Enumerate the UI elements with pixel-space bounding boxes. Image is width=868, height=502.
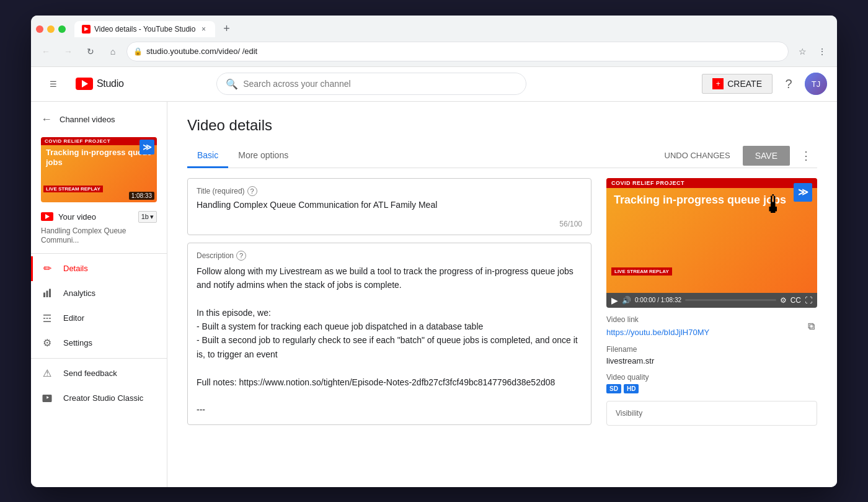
app-layout: ☰ Studio 🔍 + CREATE ? [31, 67, 837, 487]
more-options-button[interactable]: ⋮ [795, 145, 817, 167]
search-input[interactable] [243, 79, 517, 89]
yt-small-icon [41, 212, 53, 221]
bookmark-button[interactable]: ☆ [794, 43, 811, 60]
video-link-row: Video link https://youtu.be/bIdJjlH70MY … [606, 315, 817, 338]
close-button[interactable] [36, 25, 43, 33]
form-fields: Title (required) ? Handling Complex Queu… [187, 178, 591, 433]
sidebar-item-settings[interactable]: ⚙ Settings [31, 331, 167, 356]
tabs-row: Basic More options UNDO CHANGES SAVE ⋮ [187, 144, 817, 168]
details-icon: ✏ [41, 262, 53, 275]
details-label: Details [63, 264, 88, 273]
hamburger-button[interactable]: ☰ [41, 71, 66, 96]
avatar-button[interactable]: TJ [805, 73, 827, 95]
quality-label: Video quality [606, 373, 817, 382]
maximize-button[interactable] [58, 25, 66, 33]
video-banner: COVID RELIEF PROJECT [606, 178, 817, 188]
copy-link-button[interactable]: ⧉ [805, 318, 817, 334]
live-stream-badge: LIVE STREAM REPLAY [611, 267, 672, 276]
sidebar-item-classic[interactable]: Creator Studio Classic [31, 386, 167, 411]
channel-videos-label: Channel videos [60, 115, 115, 124]
help-button[interactable]: ? [777, 73, 800, 95]
speaker-icon[interactable]: 🔊 [622, 296, 631, 305]
svg-rect-1 [46, 290, 48, 297]
sidebar-item-feedback[interactable]: ⚠ Send feedback [31, 361, 167, 386]
play-control-icon[interactable]: ▶ [611, 295, 618, 305]
save-button[interactable]: SAVE [743, 146, 790, 166]
video-thumbnail: COVID RELIEF PROJECT Tracking in-progres… [606, 178, 817, 293]
browser-chrome: ▶ Video details - YouTube Studio × + ← →… [31, 16, 837, 67]
svg-rect-2 [49, 289, 51, 297]
page-title: Video details [187, 117, 817, 134]
home-button[interactable]: ⌂ [104, 43, 122, 60]
sd-badge: SD [606, 384, 621, 393]
forward-nav-button[interactable]: → [60, 43, 77, 60]
title-input[interactable]: Handling Complex Queue Communication for… [197, 200, 582, 225]
your-video-section: Your video 1b ▾ [31, 207, 167, 226]
description-content[interactable]: Follow along with my Livestream as we bu… [197, 264, 582, 417]
video-url-link[interactable]: https://youtu.be/bIdJjlH70MY [606, 328, 709, 337]
reload-button[interactable]: ↻ [82, 43, 99, 60]
minimize-button[interactable] [47, 25, 55, 33]
sidebar-video-thumbnail[interactable]: COVID RELIEF PROJECT Tracking in-progres… [41, 137, 157, 202]
sidebar-item-details[interactable]: ✏ Details [31, 256, 167, 281]
fullscreen-icon[interactable]: ⛶ [805, 296, 812, 305]
thumbnail-duration: 1:08:33 [129, 192, 154, 200]
feedback-label: Send feedback [63, 369, 117, 378]
video-link-label: Video link [606, 315, 709, 324]
back-nav-item[interactable]: ← Channel videos [31, 107, 167, 132]
video-panel: COVID RELIEF PROJECT Tracking in-progres… [606, 178, 817, 433]
tab-basic[interactable]: Basic [187, 144, 228, 168]
search-bar[interactable]: 🔍 [216, 73, 526, 95]
hd-badge: HD [624, 384, 639, 393]
sidebar-divider [31, 253, 167, 254]
dropdown-chevron: ▾ [150, 213, 154, 221]
url-text: studio.youtube.com/video/ /edit [146, 47, 782, 56]
new-tab-button[interactable]: + [218, 20, 235, 38]
classic-label: Creator Studio Classic [63, 393, 143, 403]
window-controls [36, 25, 66, 33]
extensions-button[interactable]: ⋮ [813, 43, 831, 60]
progress-bar[interactable] [685, 299, 776, 301]
video-thumb-badge: ≫ [794, 183, 812, 202]
captions-icon[interactable]: CC [790, 296, 801, 305]
sidebar-item-analytics[interactable]: Analytics [31, 281, 167, 306]
yt-studio-logo[interactable]: Studio [76, 78, 124, 90]
create-button[interactable]: + CREATE [702, 74, 773, 94]
top-navbar: ☰ Studio 🔍 + CREATE ? [31, 67, 837, 102]
play-triangle-icon [45, 214, 50, 219]
title-help-icon[interactable]: ? [247, 186, 257, 196]
video-time: 0:00:00 / 1:08:32 [635, 297, 681, 303]
tab-title: Video details - YouTube Studio [94, 25, 195, 34]
video-preview: COVID RELIEF PROJECT Tracking in-progres… [606, 178, 817, 308]
sidebar-item-editor[interactable]: Editor [31, 306, 167, 331]
svg-rect-0 [43, 292, 45, 297]
navbar-actions: + CREATE ? TJ [702, 73, 827, 95]
channel-dropdown[interactable]: 1b ▾ [138, 211, 157, 223]
tab-more-options[interactable]: More options [228, 144, 298, 168]
settings-icon: ⚙ [41, 337, 53, 349]
create-icon: + [712, 78, 724, 89]
your-video-label-text: Your video [58, 212, 133, 222]
sidebar: ← Channel videos COVID RELIEF PROJECT Tr… [31, 102, 167, 487]
youtube-play-icon [82, 80, 88, 87]
description-help-icon[interactable]: ? [236, 251, 246, 261]
sidebar-video-title: Handling Complex Queue Communi... [31, 226, 167, 251]
tab-close-button[interactable]: × [199, 25, 208, 34]
quality-badges: SD HD [606, 384, 817, 393]
user-avatar: TJ [805, 73, 827, 95]
feedback-icon: ⚠ [41, 367, 53, 380]
back-arrow-icon: ← [41, 113, 52, 126]
page-content: Video details Basic More options UNDO CH… [167, 102, 837, 487]
back-nav-button[interactable]: ← [37, 43, 55, 60]
lock-icon: 🔒 [133, 47, 143, 56]
description-label: Description ? [197, 251, 582, 261]
thumbnail-badge: ≫ [140, 140, 154, 155]
hamburger-icon: ☰ [50, 79, 57, 89]
undo-button[interactable]: UNDO CHANGES [657, 146, 738, 165]
classic-icon [41, 392, 53, 405]
url-bar[interactable]: 🔒 studio.youtube.com/video/ /edit [126, 42, 789, 61]
thumbnail-live-badge: LIVE STREAM REPLAY [43, 186, 103, 192]
title-field-box: Title (required) ? Handling Complex Queu… [187, 178, 591, 235]
browser-tab[interactable]: ▶ Video details - YouTube Studio × [74, 21, 215, 37]
video-settings-icon[interactable]: ⚙ [780, 296, 787, 305]
